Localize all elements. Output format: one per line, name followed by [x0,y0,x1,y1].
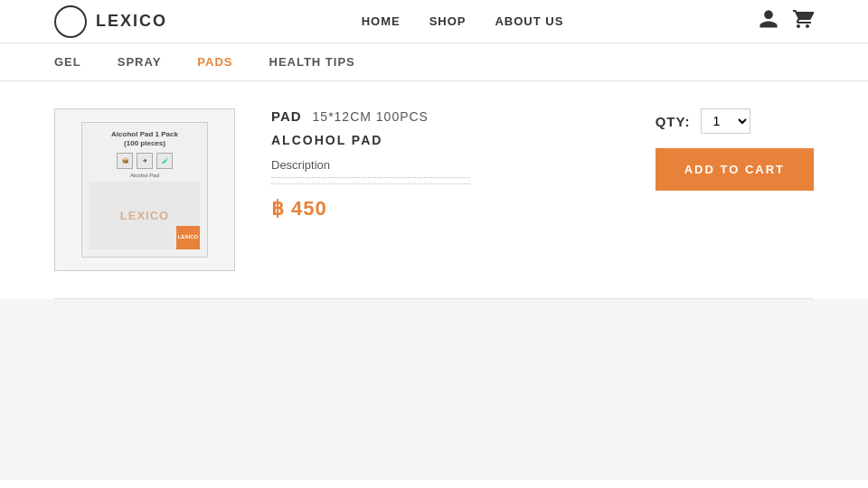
product-image: Alcohol Pad 1 Pack (100 pieces) 📦 ✈ 🧪 Al… [55,109,234,270]
logo-text: LEXICO [96,12,167,31]
add-to-cart-button[interactable]: ADD TO CART [656,148,814,191]
product-type: ALCOHOL PAD [271,133,619,147]
subnav-pads[interactable]: PADS [197,55,232,69]
header: LEXICO HOME SHOP ABOUT US [0,0,868,43]
product-page: Alcohol Pad 1 Pack (100 pieces) 📦 ✈ 🧪 Al… [0,81,868,298]
nav-home[interactable]: HOME [362,14,401,28]
package-icon-1: 📦 [117,153,133,169]
product-image-container: Alcohol Pad 1 Pack (100 pieces) 📦 ✈ 🧪 Al… [54,108,235,271]
package-icon-3: 🧪 [156,153,173,169]
product-info: PAD 15*12CM 100PCS ALCOHOL PAD Descripti… [271,108,619,221]
product-size: 15*12CM 100PCS [313,109,429,124]
lexico-badge: LEXI CO [176,226,200,249]
subnav-health-tips[interactable]: HEALTH TIPS [269,55,355,69]
subnav: GEL SPRAY PADS HEALTH TIPS [0,43,868,81]
product-name-row: PAD 15*12CM 100PCS [271,108,619,124]
cart-section: QTY: 1 2 3 4 5 ADD TO CART [656,108,814,191]
qty-select[interactable]: 1 2 3 4 5 [701,108,750,134]
subnav-spray[interactable]: SPRAY [118,55,162,69]
qty-label: QTY: [656,114,691,129]
package-title: Alcohol Pad 1 Pack (100 pieces) [111,130,178,149]
nav-about-us[interactable]: ABOUT US [495,14,563,28]
subnav-gel[interactable]: GEL [54,55,81,69]
lexico-watermark: LEXICO [120,209,169,222]
qty-row: QTY: 1 2 3 4 5 [656,108,751,134]
package-icon-2: ✈ [137,153,153,169]
user-icon-button[interactable] [758,8,779,34]
package-icons: 📦 ✈ 🧪 [117,153,173,169]
description-dots-2 [271,183,470,184]
cart-icon [792,8,814,30]
pad-package-visual: Alcohol Pad 1 Pack (100 pieces) 📦 ✈ 🧪 Al… [81,122,208,258]
description-label: Description [271,158,619,172]
description-dots-1 [271,177,470,178]
nav-shop[interactable]: SHOP [429,14,467,28]
product-category: PAD [271,108,302,124]
main-nav: HOME SHOP ABOUT US [362,14,564,28]
user-icon [758,8,779,30]
footer-area [0,299,868,480]
logo-area[interactable]: LEXICO [54,5,167,38]
cart-icon-button[interactable] [792,8,814,34]
nav-icons [758,8,814,34]
logo-circle [54,5,87,38]
product-price: ฿ 450 [271,197,619,221]
package-sub-label: Alcohol Pad [130,173,159,178]
package-main-area: LEXICO LEXI CO [90,182,200,249]
